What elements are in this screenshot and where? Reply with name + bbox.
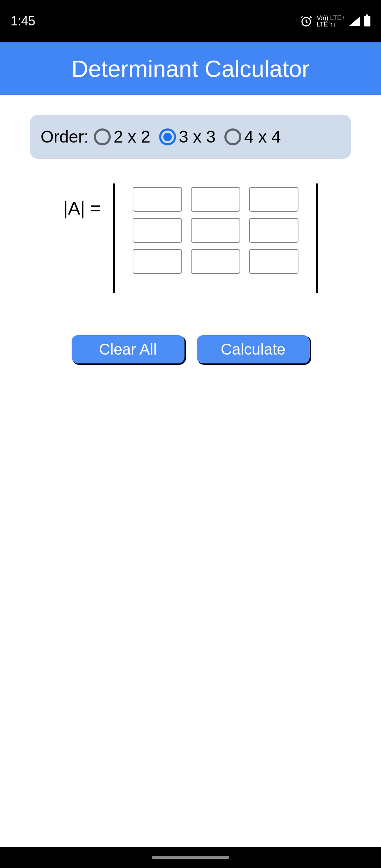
- clear-all-button[interactable]: Clear All: [72, 335, 185, 363]
- order-option-2x2[interactable]: 2 x 2: [94, 127, 150, 146]
- matrix-cell-2-1[interactable]: [191, 249, 240, 274]
- alarm-icon: [300, 15, 313, 28]
- matrix-cell-0-2[interactable]: [249, 187, 298, 212]
- calculate-button[interactable]: Calculate: [197, 335, 310, 363]
- app-bar: Determinant Calculator: [0, 42, 381, 95]
- button-row: Clear All Calculate: [0, 335, 381, 363]
- radio-icon-selected: [159, 128, 176, 145]
- matrix-bracket-right: [316, 183, 318, 293]
- battery-icon: [364, 16, 370, 26]
- signal-icon: [349, 17, 360, 26]
- app-title: Determinant Calculator: [72, 55, 310, 82]
- matrix-cell-1-0[interactable]: [133, 218, 182, 243]
- radio-label: 3 x 3: [179, 127, 216, 146]
- matrix-area: |A| =: [0, 183, 381, 293]
- status-time: 1:45: [11, 14, 35, 29]
- order-option-4x4[interactable]: 4 x 4: [224, 127, 281, 146]
- status-right: Vo)) LTE+ LTE ↑↓: [300, 15, 370, 28]
- matrix-cell-2-2[interactable]: [249, 249, 298, 274]
- radio-label: 4 x 4: [244, 127, 281, 146]
- matrix-cell-2-0[interactable]: [133, 249, 182, 274]
- matrix-grid: [122, 183, 309, 277]
- radio-dot-icon: [163, 133, 172, 141]
- network-label: Vo)) LTE+ LTE ↑↓: [317, 15, 345, 28]
- matrix-cell-0-0[interactable]: [133, 187, 182, 212]
- nav-bar: [0, 847, 381, 868]
- matrix-cell-1-1[interactable]: [191, 218, 240, 243]
- order-label: Order:: [41, 127, 89, 146]
- matrix-bracket-left: [113, 183, 115, 293]
- matrix-label: |A| =: [63, 198, 101, 219]
- matrix-cell-1-2[interactable]: [249, 218, 298, 243]
- radio-icon: [94, 128, 111, 145]
- radio-label: 2 x 2: [114, 127, 150, 146]
- matrix-cell-0-1[interactable]: [191, 187, 240, 212]
- status-bar: 1:45 Vo)) LTE+ LTE ↑↓: [0, 0, 381, 42]
- order-panel: Order: 2 x 2 3 x 3 4 x 4: [30, 115, 351, 159]
- radio-icon: [224, 128, 241, 145]
- order-radio-group: 2 x 2 3 x 3 4 x 4: [94, 127, 340, 146]
- order-option-3x3[interactable]: 3 x 3: [159, 127, 216, 146]
- nav-handle-icon[interactable]: [152, 856, 229, 859]
